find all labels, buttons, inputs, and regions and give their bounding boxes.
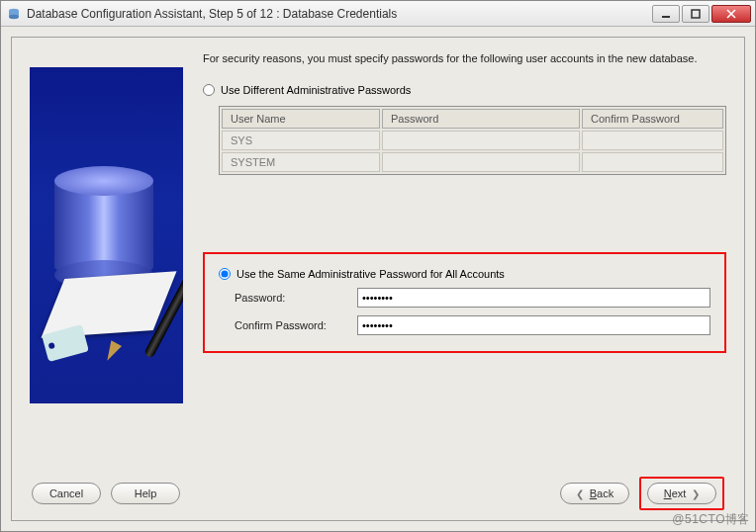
col-header-user: User Name (222, 109, 380, 129)
window-controls (652, 5, 751, 23)
credentials-table: User Name Password Confirm Password SYS (219, 106, 726, 175)
password-input[interactable] (357, 288, 710, 308)
radio-different-passwords[interactable]: Use Different Administrative Passwords (203, 84, 726, 96)
titlebar: Database Configuration Assistant, Step 5… (1, 1, 755, 27)
radio-same-label: Use the Same Administrative Password for… (236, 268, 505, 280)
svg-point-2 (9, 14, 19, 18)
chevron-right-icon: ❯ (692, 488, 700, 499)
app-icon (7, 7, 21, 21)
back-button[interactable]: ❮ Back (560, 483, 629, 504)
radio-different-input[interactable] (203, 84, 215, 96)
highlight-box-next: Next ❯ (639, 477, 724, 510)
back-label-rest: ack (597, 488, 614, 499)
chevron-left-icon: ❮ (576, 488, 584, 499)
next-button[interactable]: Next ❯ (647, 483, 716, 504)
cell-user: SYS (222, 131, 380, 150)
back-mnemonic: B (590, 488, 597, 499)
maximize-button[interactable] (682, 5, 709, 23)
main-panel: For security reasons, you must specify p… (11, 37, 745, 521)
form-column: For security reasons, you must specify p… (203, 51, 726, 469)
content-area: For security reasons, you must specify p… (1, 27, 755, 531)
help-label: Help (135, 488, 157, 499)
help-button[interactable]: Help (111, 483, 180, 504)
minimize-button[interactable] (652, 5, 680, 23)
next-mnemonic: N (664, 488, 672, 499)
window-title: Database Configuration Assistant, Step 5… (27, 7, 652, 21)
radio-different-label: Use Different Administrative Passwords (221, 84, 411, 96)
password-label: Password: (235, 292, 345, 304)
table-row: SYSTEM (222, 152, 723, 172)
cell-user: SYSTEM (222, 152, 380, 172)
cell-confirm[interactable] (582, 131, 723, 150)
pen-icon (84, 216, 183, 384)
confirm-password-label: Confirm Password: (235, 319, 345, 331)
confirm-password-input[interactable] (357, 315, 710, 335)
radio-same-password[interactable]: Use the Same Administrative Password for… (219, 268, 710, 280)
cell-password[interactable] (382, 131, 580, 150)
col-header-confirm: Confirm Password (582, 109, 723, 129)
button-bar: Cancel Help ❮ Back Next ❯ (30, 477, 726, 510)
confirm-password-row: Confirm Password: (235, 315, 710, 335)
next-label-rest: ext (672, 488, 687, 499)
svg-rect-3 (662, 16, 670, 18)
close-button[interactable] (711, 5, 751, 23)
svg-rect-4 (692, 10, 700, 18)
password-row: Password: (235, 288, 710, 308)
cell-confirm[interactable] (582, 152, 723, 172)
col-header-password: Password (382, 109, 580, 129)
cancel-button[interactable]: Cancel (32, 483, 101, 504)
highlight-box-same-password: Use the Same Administrative Password for… (203, 252, 726, 353)
wizard-window: Database Configuration Assistant, Step 5… (0, 0, 756, 532)
cell-password[interactable] (382, 152, 580, 172)
cancel-label: Cancel (49, 488, 83, 499)
radio-same-input[interactable] (219, 268, 231, 280)
instruction-text: For security reasons, you must specify p… (203, 51, 726, 66)
wizard-side-image (30, 67, 183, 403)
table-row: SYS (222, 131, 723, 150)
